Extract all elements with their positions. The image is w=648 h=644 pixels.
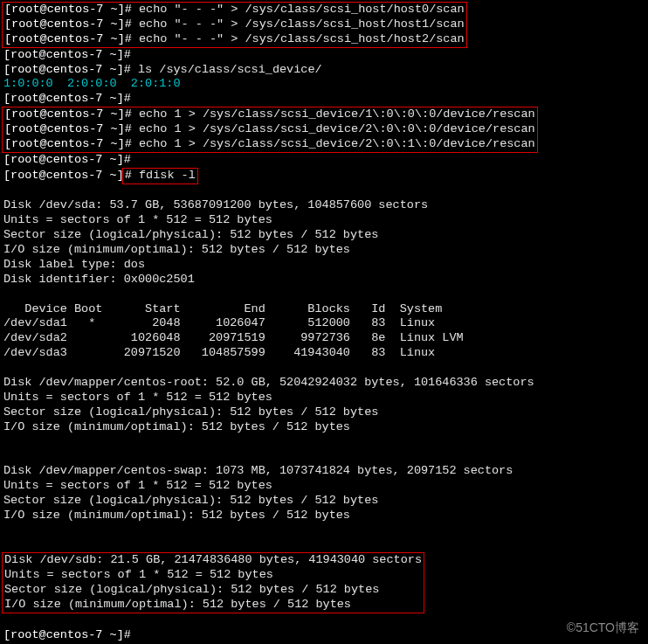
fdisk-part1: /dev/sda1 * 2048 1026047 512000 83 Linux [3,316,645,331]
fdisk-units: Units = sectors of 1 * 512 = 512 bytes [3,391,645,405]
fdisk-sector: Sector size (logical/physical): 512 byte… [3,228,645,243]
fdisk-swap-header: Disk /dev/mapper/centos-swap: 1073 MB, 1… [3,464,645,479]
fdisk-units: Units = sectors of 1 * 512 = 512 bytes [4,568,422,583]
blank-line [3,184,645,199]
watermark: ©51CTO博客 [567,620,639,636]
prompt-line: [root@centos-7 ~]# echo "- - -" > /sys/c… [4,32,465,47]
fdisk-io: I/O size (minimum/optimal): 512 bytes / … [3,420,645,435]
blank-line [3,613,645,628]
cmd-rescan2: echo 1 > /sys/class/scsi_device/2\:0\:1\… [139,137,535,150]
fdisk-io: I/O size (minimum/optimal): 512 bytes / … [4,598,422,613]
fdisk-sector: Sector size (logical/physical): 512 byte… [3,405,645,420]
fdisk-root-header: Disk /dev/mapper/centos-root: 52.0 GB, 5… [3,376,645,391]
prompt-line: [root@centos-7 ~]# echo 1 > /sys/class/s… [4,137,535,152]
highlight-box-fdisk-cmd: # fdisk -l [122,168,198,184]
fdisk-part-header: Device Boot Start End Blocks Id System [3,302,645,317]
prompt-line: [root@centos-7 ~]# [3,628,645,643]
fdisk-sector: Sector size (logical/physical): 512 byte… [3,494,645,509]
blank-line [3,449,645,464]
ls-output: 1:0:0:0 2:0:0:0 2:0:1:0 [3,77,645,92]
cmd-rescan0: echo 1 > /sys/class/scsi_device/1\:0\:0\… [139,107,535,121]
fdisk-io: I/O size (minimum/optimal): 512 bytes / … [3,243,645,258]
prompt-line: [root@centos-7 ~]# echo 1 > /sys/class/s… [4,122,535,137]
fdisk-part3: /dev/sda3 20971520 104857599 41943040 83… [3,346,645,361]
highlight-box-sdb: Disk /dev/sdb: 21.5 GB, 21474836480 byte… [2,552,424,613]
prompt-line: [root@centos-7 ~]# [3,153,645,168]
fdisk-sector: Sector size (logical/physical): 512 byte… [4,583,422,598]
cmd-echo-host0: echo "- - -" > /sys/class/scsi_host/host… [139,3,465,16]
fdisk-label: Disk label type: dos [3,258,645,273]
fdisk-units: Units = sectors of 1 * 512 = 512 bytes [3,213,645,228]
cmd-ls-scsi: ls /sys/class/scsi_device/ [138,63,322,76]
blank-line [3,523,645,538]
fdisk-part2: /dev/sda2 1026048 20971519 9972736 8e Li… [3,331,645,346]
cmd-echo-host1: echo "- - -" > /sys/class/scsi_host/host… [139,17,465,31]
prompt-line: [root@centos-7 ~]# ls /sys/class/scsi_de… [3,63,645,78]
blank-line [3,361,645,376]
prompt-line: [root@centos-7 ~]# [3,92,645,107]
prompt-line: [root@centos-7 ~]# [3,48,645,63]
cmd-echo-host2: echo "- - -" > /sys/class/scsi_host/host… [139,32,465,45]
prompt-line: [root@centos-7 ~]# echo 1 > /sys/class/s… [4,107,535,122]
prompt-line: [root@centos-7 ~]# fdisk -l [3,168,645,184]
blank-line [3,287,645,302]
fdisk-units: Units = sectors of 1 * 512 = 512 bytes [3,479,645,494]
fdisk-io: I/O size (minimum/optimal): 512 bytes / … [3,509,645,523]
terminal[interactable]: [root@centos-7 ~]# echo "- - -" > /sys/c… [0,0,648,644]
fdisk-ident: Disk identifier: 0x000c2501 [3,273,645,287]
prompt-line: [root@centos-7 ~]# echo "- - -" > /sys/c… [4,17,465,32]
cmd-fdisk: fdisk -l [139,169,196,182]
fdisk-sdb-header: Disk /dev/sdb: 21.5 GB, 21474836480 byte… [4,553,422,568]
fdisk-sda-header: Disk /dev/sda: 53.7 GB, 53687091200 byte… [3,198,645,213]
blank-line [3,538,645,553]
highlight-box-rescan: [root@centos-7 ~]# echo 1 > /sys/class/s… [2,107,538,153]
blank-line [3,434,645,449]
prompt-line: [root@centos-7 ~]# echo "- - -" > /sys/c… [4,3,465,17]
highlight-box-scan: [root@centos-7 ~]# echo "- - -" > /sys/c… [2,2,467,48]
cmd-rescan1: echo 1 > /sys/class/scsi_device/2\:0\:0\… [139,122,535,135]
